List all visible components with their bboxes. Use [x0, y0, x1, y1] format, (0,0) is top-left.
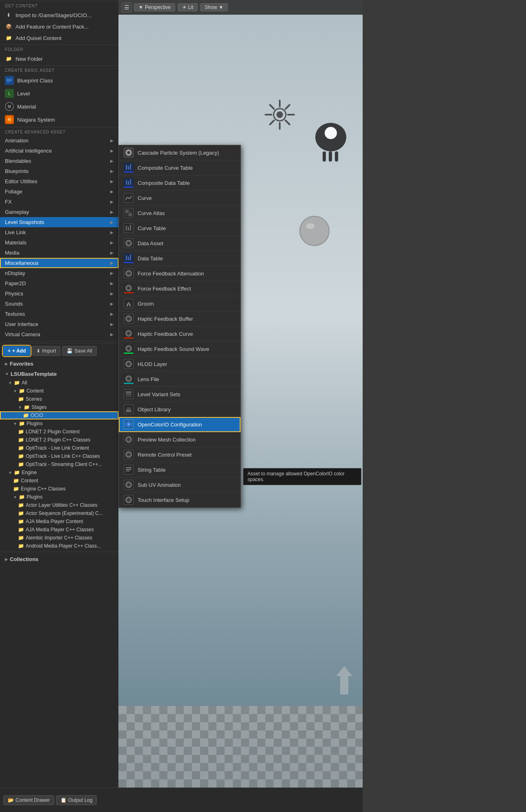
add-feature-button[interactable]: 📦 Add Feature or Content Pack...	[0, 21, 118, 32]
tree-item-scenes[interactable]: 📁 Scenes	[0, 395, 118, 403]
sidebar-item-foliage[interactable]: Foliage ▶	[0, 186, 118, 197]
object-library-icon	[124, 404, 134, 414]
svg-point-1	[276, 111, 283, 118]
sidebar-item-ai[interactable]: Artificial Intelligence ▶	[0, 146, 118, 156]
save-all-button[interactable]: 💾 Save All	[62, 346, 96, 356]
tree-item-engine-content[interactable]: 📁 Content	[0, 477, 118, 485]
dropdown-item-opencolorio[interactable]: OpenColorIO Configuration	[119, 417, 241, 432]
tree-item-optitrack-cpp[interactable]: 📁 OptiTrack - Live Link C++ Classes	[0, 452, 118, 460]
favorites-section[interactable]: ▶ Favorites	[0, 358, 118, 369]
tree-item-aja-media[interactable]: 📁 AJA Media Player Content	[0, 517, 118, 526]
sidebar-item-fx[interactable]: FX ▶	[0, 197, 118, 207]
dropdown-item-lens-file[interactable]: Lens File	[119, 372, 241, 387]
preview-mesh-label: Preview Mesh Collection	[138, 437, 196, 443]
output-log-button[interactable]: 📋 Output Log	[56, 795, 97, 805]
svg-point-41	[127, 287, 130, 289]
sidebar-item-editor-utilities[interactable]: Editor Utilities ▶	[0, 176, 118, 186]
collections-section[interactable]: ▶ Collections	[0, 554, 118, 565]
sidebar-item-live-link[interactable]: Live Link ▶	[0, 227, 118, 237]
sidebar-item-blendables[interactable]: Blendables ▶	[0, 156, 118, 166]
dropdown-item-composite-curve-table[interactable]: Composite Curve Table	[119, 160, 241, 175]
sidebar-item-level-snapshots[interactable]: Level Snapshots ▶	[0, 217, 118, 227]
new-folder-button[interactable]: 📁 New Folder	[0, 53, 118, 64]
level-button[interactable]: L Level	[0, 87, 118, 100]
tree-item-content[interactable]: ▼ 📁 Content	[0, 387, 118, 395]
sounds-label: Sounds	[5, 301, 23, 307]
tree-item-optitrack-streaming[interactable]: 📁 OptiTrack - Streaming Client C++...	[0, 460, 118, 468]
tree-item-optitrack-live[interactable]: 📁 OptiTrack - Live Link Content	[0, 444, 118, 452]
dropdown-item-groom[interactable]: Groom	[119, 296, 241, 311]
tree-item-all[interactable]: ▼ 📁 All	[0, 379, 118, 387]
save-all-icon: 💾	[67, 348, 73, 354]
tree-item-plugins[interactable]: ▼ 📁 Plugins	[0, 419, 118, 428]
perspective-button[interactable]: ▼ Perspective	[134, 3, 175, 11]
tree-item-alembic[interactable]: 📁 Alembic Importer C++ Classes	[0, 534, 118, 542]
content-drawer-button[interactable]: 📂 Content Drawer	[3, 795, 54, 805]
dropdown-item-touch-interface[interactable]: Touch Interface Setup	[119, 493, 241, 508]
tree-item-lonet2-plugin[interactable]: 📁 LONET 2 Plugin Content	[0, 428, 118, 436]
blueprint-class-button[interactable]: BP Blueprint Class	[0, 74, 118, 87]
sidebar-item-paper2d[interactable]: Paper2D ▶	[0, 278, 118, 288]
import-assets-button[interactable]: ⬇ Import	[32, 346, 60, 356]
sidebar-item-sounds[interactable]: Sounds ▶	[0, 299, 118, 309]
add-button[interactable]: + + Add	[3, 346, 30, 356]
sidebar-item-user-interface[interactable]: User Interface ▶	[0, 319, 118, 329]
dropdown-item-force-feedback-attenuation[interactable]: Force Feedback Attenuation	[119, 266, 241, 281]
tree-item-actor-sequence[interactable]: 📁 Actor Sequence (Experimental) C...	[0, 509, 118, 517]
dropdown-item-cascade[interactable]: Cascade Particle System (Legacy)	[119, 145, 241, 160]
hamburger-menu-button[interactable]: ☰	[122, 2, 132, 12]
add-quixel-button[interactable]: 📁 Add Quixel Content	[0, 32, 118, 44]
project-tree-root[interactable]: ▼ LSUBaseTemplate	[0, 369, 118, 379]
lit-button[interactable]: ☀ Lit	[178, 3, 198, 11]
dropdown-item-sub-uv[interactable]: Sub UV Animation	[119, 477, 241, 493]
sidebar-item-textures[interactable]: Textures ▶	[0, 309, 118, 319]
dropdown-item-data-table[interactable]: Data Table	[119, 251, 241, 266]
dropdown-item-object-library[interactable]: Object Library	[119, 402, 241, 417]
dropdown-item-haptic-curve[interactable]: Haptic Feedback Curve	[119, 326, 241, 342]
sidebar-item-gameplay[interactable]: Gameplay ▶	[0, 207, 118, 217]
sidebar-item-miscellaneous[interactable]: Miscellaneous ▶	[0, 258, 118, 268]
dropdown-item-remote-control[interactable]: Remote Control Preset	[119, 447, 241, 462]
dropdown-item-data-asset[interactable]: Data Asset	[119, 236, 241, 251]
cascade-label: Cascade Particle System (Legacy)	[138, 150, 219, 156]
tree-all-label: All	[22, 380, 27, 386]
show-button[interactable]: Show ▼	[200, 3, 228, 11]
tree-item-engine[interactable]: ▼ 📁 Engine	[0, 468, 118, 477]
svg-line-7	[285, 120, 290, 124]
tree-item-ocio[interactable]: 📁 OCIO	[0, 411, 118, 419]
sidebar-item-materials[interactable]: Materials ▶	[0, 237, 118, 248]
dropdown-item-preview-mesh[interactable]: Preview Mesh Collection	[119, 432, 241, 447]
dropdown-item-haptic-buffer[interactable]: Haptic Feedback Buffer	[119, 311, 241, 326]
data-asset-label: Data Asset	[138, 240, 163, 246]
niagara-button[interactable]: N Niagara System	[0, 113, 118, 126]
dropdown-item-haptic-sound[interactable]: Haptic Feedback Sound Wave	[119, 342, 241, 357]
blueprints-arrow-icon: ▶	[110, 169, 114, 173]
sidebar-item-physics[interactable]: Physics ▶	[0, 288, 118, 299]
sidebar-item-ndisplay[interactable]: nDisplay ▶	[0, 268, 118, 278]
dropdown-item-curve[interactable]: Curve	[119, 191, 241, 206]
tree-item-engine-plugins[interactable]: ▼ 📁 Plugins	[0, 493, 118, 501]
import-button[interactable]: ⬇ Import to /Game/Stages/OCIO...	[0, 9, 118, 21]
dropdown-item-hlod[interactable]: HLOD Layer	[119, 357, 241, 372]
folder-ocio-icon: 📁	[23, 413, 29, 418]
tree-item-stages[interactable]: ▼ 📁 Stages	[0, 403, 118, 411]
textures-label: Textures	[5, 311, 25, 317]
sidebar-item-media[interactable]: Media ▶	[0, 248, 118, 258]
dropdown-item-level-variant[interactable]: Level Variant Sets	[119, 387, 241, 402]
tree-item-lonet2-cpp[interactable]: 📁 LONET 2 Plugin C++ Classes	[0, 436, 118, 444]
sidebar-item-virtual-camera[interactable]: Virtual Camera ▶	[0, 329, 118, 339]
sidebar-item-animation[interactable]: Animation ▶	[0, 135, 118, 146]
dropdown-item-curve-atlas[interactable]: Curve Atlas	[119, 206, 241, 221]
dropdown-item-string-table[interactable]: String Table	[119, 462, 241, 477]
dropdown-item-curve-table[interactable]: Curve Table	[119, 221, 241, 236]
tree-item-aja-media-cpp[interactable]: 📁 AJA Media Player C++ Classes	[0, 526, 118, 534]
folder-content-icon: 📁	[19, 388, 25, 394]
sidebar-item-blueprints[interactable]: Blueprints ▶	[0, 166, 118, 176]
material-button[interactable]: M Material	[0, 100, 118, 113]
tree-item-engine-cpp[interactable]: 📁 Engine C++ Classes	[0, 485, 118, 493]
tree-item-actor-layer[interactable]: 📁 Actor Layer Utilities C++ Classes	[0, 501, 118, 509]
dropdown-item-composite-data-table[interactable]: Composite Data Table	[119, 175, 241, 191]
tree-item-android[interactable]: 📁 Android Media Player C++ Class...	[0, 542, 118, 550]
svg-rect-25	[130, 179, 131, 185]
dropdown-item-force-feedback-effect[interactable]: Force Feedback Effect	[119, 281, 241, 296]
